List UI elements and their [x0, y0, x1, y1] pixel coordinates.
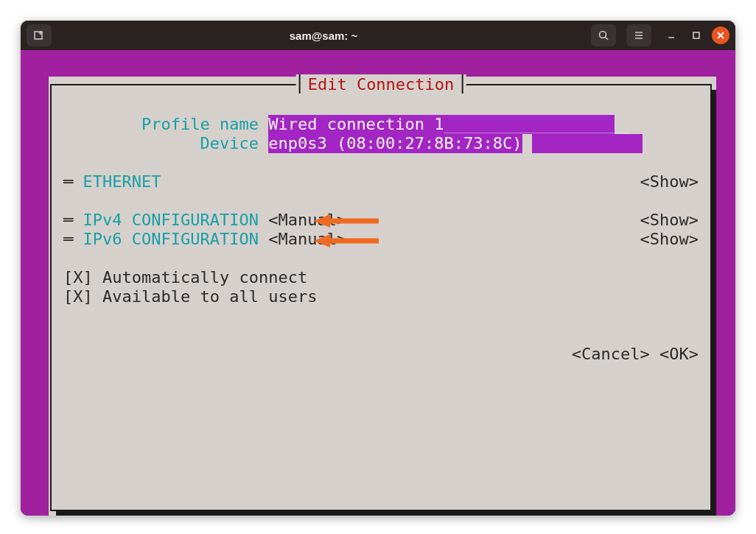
- ipv4-label: IPv4 CONFIGURATION: [83, 211, 259, 230]
- ethernet-show-button[interactable]: <Show>: [640, 172, 699, 192]
- ipv4-show-button[interactable]: <Show>: [640, 211, 699, 230]
- search-button[interactable]: [591, 24, 616, 46]
- terminal-window: sam@sam: ~: [21, 21, 735, 516]
- ipv6-label: IPv6 CONFIGURATION: [83, 230, 259, 249]
- ipv4-toggle[interactable]: ═: [63, 211, 83, 230]
- profile-name-row: Profile name Wired connection 1_________…: [63, 115, 699, 134]
- cancel-button[interactable]: <Cancel>: [572, 345, 650, 363]
- panel-content: Profile name Wired connection 1_________…: [63, 115, 699, 502]
- ethernet-toggle[interactable]: ═: [63, 172, 83, 192]
- title-bar-right: [461, 74, 463, 94]
- maximize-button[interactable]: [687, 26, 706, 45]
- svg-point-3: [600, 32, 606, 38]
- window-title: sam@sam: ~: [56, 29, 591, 42]
- nmtui-panel: Edit Connection Profile name Wired conne…: [49, 77, 716, 516]
- svg-line-4: [606, 38, 609, 41]
- close-icon: [717, 32, 724, 39]
- ipv4-mode-select[interactable]: <Manual>: [268, 211, 346, 230]
- titlebar: sam@sam: ~: [21, 21, 735, 50]
- svg-rect-9: [693, 32, 699, 38]
- all-users-label: Available to all users: [102, 287, 317, 306]
- maximize-icon: [691, 30, 701, 41]
- ethernet-section: ═ ETHERNET <Show>: [63, 172, 699, 192]
- profile-name-label: Profile name: [63, 115, 268, 133]
- shadow-bottom: [56, 511, 716, 516]
- shadow-right: [712, 90, 716, 516]
- ipv6-section: ═ IPv6 CONFIGURATION <Manual> <Show>: [63, 230, 699, 249]
- minimize-button[interactable]: [662, 26, 681, 45]
- auto-connect-label: Automatically connect: [102, 268, 307, 287]
- panel-title: Edit Connection: [301, 75, 462, 94]
- ok-button[interactable]: <OK>: [659, 345, 699, 363]
- hamburger-menu-button[interactable]: [626, 24, 651, 46]
- ethernet-label: ETHERNET: [83, 172, 161, 192]
- ipv6-toggle[interactable]: ═: [63, 230, 83, 249]
- ipv6-show-button[interactable]: <Show>: [640, 230, 699, 249]
- new-tab-icon: [33, 29, 45, 41]
- device-input[interactable]: enp0s3 (08:00:27:8B:73:8C): [268, 134, 522, 153]
- panel-frame: Edit Connection Profile name Wired conne…: [50, 84, 712, 511]
- new-tab-button[interactable]: [27, 24, 52, 46]
- device-label: Device: [63, 134, 268, 152]
- auto-connect-checkbox[interactable]: [X] Automatically connect: [63, 268, 699, 287]
- ipv6-mode-select[interactable]: <Manual>: [268, 230, 346, 249]
- terminal-viewport[interactable]: Edit Connection Profile name Wired conne…: [21, 50, 735, 516]
- ipv4-section: ═ IPv4 CONFIGURATION <Manual> <Show>: [63, 211, 699, 230]
- panel-title-wrap: Edit Connection: [296, 74, 466, 94]
- button-row: <Cancel> <OK>: [63, 326, 699, 345]
- close-button[interactable]: [712, 27, 729, 44]
- hamburger-icon: [633, 29, 645, 41]
- search-icon: [598, 29, 609, 41]
- profile-name-input[interactable]: Wired connection 1___________________: [268, 115, 615, 134]
- device-row: Device enp0s3 (08:00:27:8B:73:8C)_: [63, 134, 699, 153]
- minimize-icon: [666, 30, 676, 41]
- all-users-checkbox[interactable]: [X] Available to all users: [63, 287, 699, 306]
